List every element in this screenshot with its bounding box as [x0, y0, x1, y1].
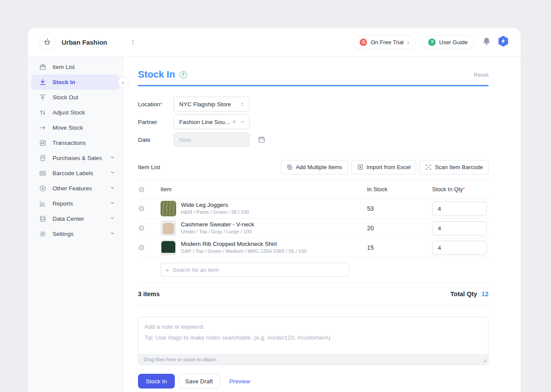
- chevron-down-icon: [110, 155, 115, 161]
- location-select[interactable]: NYC Flagship Store: [174, 97, 250, 111]
- partner-label: Partner: [138, 119, 174, 125]
- sidebar-item-label: Stock In: [52, 79, 75, 85]
- select-updown-icon: [239, 101, 245, 107]
- sidebar-item-label: Item List: [52, 64, 75, 70]
- stock-in-qty-input[interactable]: [432, 221, 487, 235]
- stock-out-icon: [39, 94, 46, 101]
- item-box-icon: [39, 63, 46, 71]
- sidebar-item-adjust-stock[interactable]: Adjust Stock: [28, 105, 123, 120]
- table-row: Cashmere Sweater - V-neck Uniqlo / Top /…: [138, 219, 489, 238]
- scan-frame-icon: [425, 164, 432, 170]
- chevron-down-icon: [110, 200, 115, 207]
- help-icon[interactable]: ?: [180, 71, 187, 78]
- note-placeholder: Add a note or keyword. Tip: Use #tags to…: [138, 317, 488, 348]
- title-underline: [138, 85, 489, 86]
- sidebar-item-label: Move Stock: [52, 124, 83, 131]
- circle-plus-icon: [39, 185, 46, 192]
- notifications-bell-icon[interactable]: [482, 37, 491, 48]
- preview-button[interactable]: Preview: [227, 374, 253, 389]
- item-thumbnail: [161, 220, 176, 236]
- remove-row-icon[interactable]: [138, 244, 145, 251]
- partner-value: Fashion Line Sourc...: [179, 119, 232, 125]
- stock-in-qty-input[interactable]: [432, 202, 487, 216]
- sidebar-item-other-features[interactable]: Other Features: [28, 181, 123, 196]
- item-search-input[interactable]: [173, 267, 345, 273]
- in-stock-value: 20: [367, 225, 432, 232]
- chevron-down-icon: [110, 216, 115, 222]
- workspace-logo[interactable]: [39, 34, 56, 50]
- trial-timer-icon: [360, 39, 367, 46]
- excel-icon: [357, 164, 364, 170]
- total-qty-value: 12: [482, 291, 489, 297]
- remove-all-icon[interactable]: [138, 186, 145, 193]
- add-multiple-items-label: Add Multiple Items: [296, 164, 342, 170]
- sidebar-item-move-stock[interactable]: Move Stock: [28, 120, 123, 135]
- clear-partner-icon[interactable]: ✕: [232, 119, 236, 125]
- item-thumbnail: [161, 201, 176, 216]
- stock-in-icon: [39, 78, 46, 86]
- move-arrow-icon: [39, 124, 46, 131]
- note-textarea[interactable]: Add a note or keyword. Tip: Use #tags to…: [138, 317, 489, 365]
- attachment-dropzone[interactable]: Drag files here or paste to attach.: [138, 354, 488, 365]
- barcode-icon: [39, 170, 46, 177]
- resize-handle-icon[interactable]: [483, 358, 487, 363]
- stock-in-submit-button[interactable]: Stock In: [138, 374, 175, 389]
- sidebar-item-item-list[interactable]: Item List: [28, 59, 123, 75]
- sidebar-item-label: Stock Out: [52, 94, 78, 101]
- item-search-field[interactable]: +: [161, 263, 350, 277]
- item-name: Wide Leg Joggers: [181, 201, 249, 209]
- sidebar-item-label: Data Center: [52, 216, 84, 222]
- copy-plus-icon: [286, 164, 293, 170]
- reset-button[interactable]: Reset: [474, 72, 489, 78]
- sidebar-item-label: Reports: [52, 200, 73, 207]
- scan-item-barcode-button[interactable]: Scan Item Barcode: [420, 160, 489, 174]
- user-guide-button[interactable]: ? User Guide: [422, 35, 474, 49]
- trial-label: On Free Trial: [371, 39, 403, 46]
- total-qty-label: Total Qty: [450, 291, 477, 297]
- item-thumbnail: [161, 240, 176, 255]
- column-stock-in-qty: Stock In Qty*: [432, 186, 489, 193]
- item-name: Cashmere Sweater - V-neck: [181, 221, 254, 229]
- in-stock-value: 53: [367, 205, 432, 212]
- sidebar-item-stock-out[interactable]: Stock Out: [28, 90, 123, 105]
- sidebar-item-reports[interactable]: Reports: [28, 196, 123, 211]
- user-guide-label: User Guide: [439, 39, 468, 46]
- sidebar-item-purchases-sales[interactable]: Purchases & Sales: [28, 150, 123, 166]
- remove-row-icon[interactable]: [138, 205, 145, 212]
- sidebar-item-transactions[interactable]: Transactions: [28, 135, 123, 150]
- table-row: Wide Leg Joggers H&M / Pants / Green / 2…: [138, 199, 489, 219]
- sidebar-item-label: Other Features: [52, 185, 92, 192]
- collapse-chevron-icon: ‹: [122, 79, 124, 86]
- chevron-down-icon: [110, 231, 115, 237]
- partner-select[interactable]: Fashion Line Sourc... ✕: [174, 114, 250, 129]
- sidebar-item-barcode-labels[interactable]: Barcode Labels: [28, 166, 123, 181]
- stock-in-qty-input[interactable]: [432, 241, 487, 255]
- gear-icon: [39, 230, 46, 238]
- sidebar-item-data-center[interactable]: Data Center: [28, 211, 123, 226]
- plus-icon: +: [165, 267, 169, 273]
- topbar: Urban Fashion On Free Trial › ? User Gui…: [28, 28, 521, 57]
- workspace-name[interactable]: Urban Fashion: [62, 39, 107, 46]
- remove-row-icon[interactable]: [138, 225, 145, 232]
- on-free-trial-button[interactable]: On Free Trial ›: [353, 35, 416, 49]
- document-icon: [39, 154, 46, 162]
- page-title: Stock In: [138, 69, 175, 80]
- import-from-excel-button[interactable]: Import from Excel: [351, 160, 417, 174]
- boxhero-logo[interactable]: [497, 35, 509, 49]
- sidebar-item-stock-in[interactable]: Stock In: [31, 75, 119, 90]
- item-name: Modern Rib Cropped Mockneck Shirt: [181, 240, 307, 248]
- attach-hint: Drag files here or paste to attach.: [144, 357, 217, 362]
- question-icon: ?: [428, 39, 436, 46]
- workspace-switcher-icon[interactable]: [130, 39, 136, 46]
- transactions-box-icon: [39, 139, 46, 147]
- add-multiple-items-button[interactable]: Add Multiple Items: [281, 160, 348, 174]
- save-draft-button[interactable]: Save Draft: [178, 374, 220, 389]
- total-qty: Total Qty 12: [450, 291, 489, 297]
- sidebar-item-settings[interactable]: Settings: [28, 226, 123, 242]
- calendar-icon[interactable]: [258, 136, 266, 144]
- sidebar-collapse-button[interactable]: ‹: [118, 77, 129, 88]
- sidebar-item-label: Barcode Labels: [52, 170, 93, 176]
- main-content: Stock In ? Reset Location* NYC Flagship …: [123, 57, 521, 392]
- date-label: Date: [138, 137, 174, 143]
- date-input[interactable]: [174, 132, 250, 147]
